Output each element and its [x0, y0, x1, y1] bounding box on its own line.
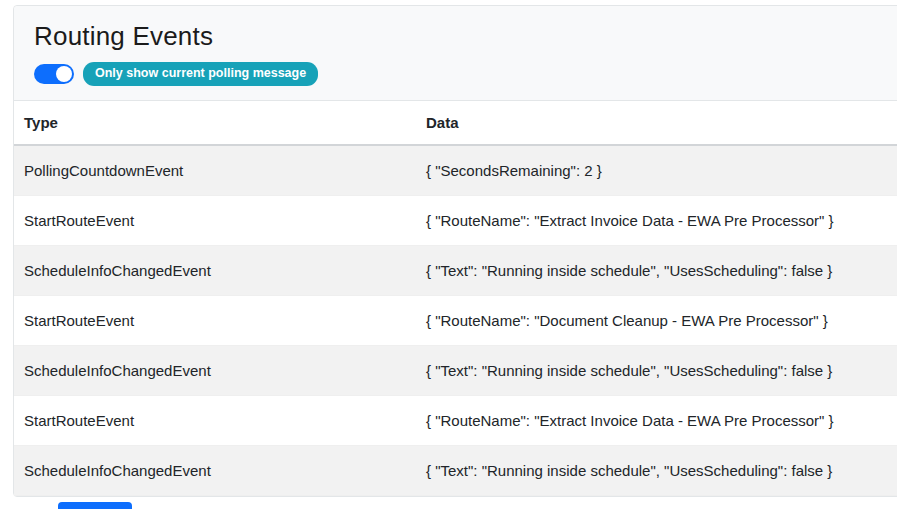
event-data-cell: { "Text": "Running inside schedule", "Us…: [416, 245, 897, 295]
card-header: Routing Events Only show current polling…: [14, 6, 897, 101]
table-row: ScheduleInfoChangedEvent { "Text": "Runn…: [14, 345, 897, 395]
event-type-cell: PollingCountdownEvent: [14, 145, 416, 196]
event-type-cell: StartRouteEvent: [14, 295, 416, 345]
polling-filter-badge: Only show current polling message: [83, 62, 318, 86]
event-type-cell: ScheduleInfoChangedEvent: [14, 445, 416, 495]
event-data-cell: { "RouteName": "Extract Invoice Data - E…: [416, 195, 897, 245]
table-row: ScheduleInfoChangedEvent { "Text": "Runn…: [14, 445, 897, 495]
event-data-cell: { "Text": "Running inside schedule", "Us…: [416, 345, 897, 395]
column-header-data: Data: [416, 101, 897, 145]
event-type-cell: StartRouteEvent: [14, 395, 416, 445]
event-data-cell: { "RouteName": "Extract Invoice Data - E…: [416, 395, 897, 445]
event-data-cell: { "RouteName": "Document Cleanup - EWA P…: [416, 295, 897, 345]
table-row: ScheduleInfoChangedEvent { "Text": "Runn…: [14, 245, 897, 295]
event-data-cell: { "Text": "Running inside schedule", "Us…: [416, 445, 897, 495]
table-row: StartRouteEvent { "RouteName": "Document…: [14, 295, 897, 345]
only-current-polling-toggle[interactable]: [34, 64, 74, 84]
routing-events-card: Routing Events Only show current polling…: [13, 5, 897, 497]
column-header-type: Type: [14, 101, 416, 145]
table-row: PollingCountdownEvent { "SecondsRemainin…: [14, 145, 897, 196]
table-row: StartRouteEvent { "RouteName": "Extract …: [14, 395, 897, 445]
cutoff-primary-button[interactable]: [58, 502, 132, 509]
routing-events-table: Type Data PollingCountdownEvent { "Secon…: [14, 101, 897, 496]
toggle-knob: [56, 66, 72, 82]
event-type-cell: ScheduleInfoChangedEvent: [14, 345, 416, 395]
polling-filter-controls: Only show current polling message: [34, 62, 897, 86]
event-data-cell: { "SecondsRemaining": 2 }: [416, 145, 897, 196]
event-type-cell: StartRouteEvent: [14, 195, 416, 245]
table-row: StartRouteEvent { "RouteName": "Extract …: [14, 195, 897, 245]
page-title: Routing Events: [34, 21, 897, 52]
event-type-cell: ScheduleInfoChangedEvent: [14, 245, 416, 295]
table-header-row: Type Data: [14, 101, 897, 145]
